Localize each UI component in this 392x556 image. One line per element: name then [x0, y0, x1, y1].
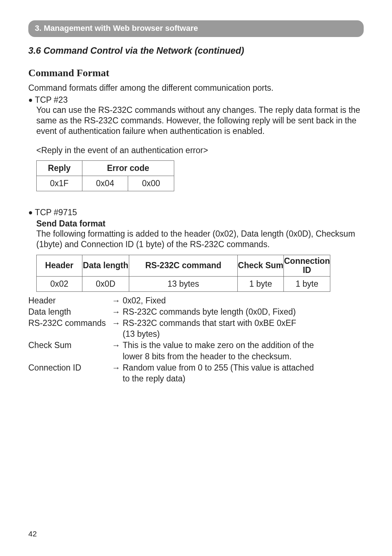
def-rs232-v: RS-232C commands that start with 0xBE 0x… — [123, 318, 364, 328]
send-td-header: 0x02 — [37, 277, 82, 292]
error-table: Reply Error code 0x1F 0x04 0x00 — [36, 160, 174, 191]
def-chk-k: Check Sum — [28, 340, 111, 351]
intro-text: Command formats differ among the differe… — [28, 83, 364, 93]
arrow-icon: → — [112, 318, 122, 328]
def-datalen-k: Data length — [28, 307, 111, 317]
send-th-datalen: Data length — [82, 255, 129, 277]
page-number: 42 — [28, 529, 37, 539]
send-th-chk: Check Sum — [237, 255, 284, 277]
tcp9715-label: TCP #9715 — [35, 207, 77, 218]
def-chk-v: This is the value to make zero on the ad… — [123, 340, 364, 351]
send-td-conn: 1 byte — [284, 277, 330, 292]
send-table: Header Data length RS-232C command Check… — [36, 255, 330, 292]
heading-command-format: Command Format — [28, 66, 364, 79]
tcp9715-label-row: ● TCP #9715 — [28, 207, 364, 218]
send-th-header: Header — [37, 255, 82, 277]
def-rs232-cont: (13 bytes) — [123, 329, 364, 339]
send-td-chk: 1 byte — [237, 277, 284, 292]
error-td-c3: 0x00 — [128, 176, 174, 191]
arrow-icon: → — [112, 295, 122, 306]
bullet-icon: ● — [28, 207, 35, 217]
error-td-reply: 0x1F — [37, 176, 82, 191]
tcp23-label-row: ● TCP #23 — [28, 95, 364, 105]
def-conn-k: Connection ID — [28, 363, 111, 373]
def-header-v: 0x02, Fixed — [123, 295, 364, 306]
error-th-reply: Reply — [37, 161, 82, 176]
send-td-datalen: 0x0D — [82, 277, 129, 292]
subsection-title: 3.6 Command Control via the Network (con… — [28, 45, 364, 56]
send-data-format-heading: Send Data format — [28, 218, 364, 229]
reply-title: <Reply in the event of an authentication… — [28, 145, 364, 156]
send-th-cmd: RS-232C command — [129, 255, 238, 277]
error-td-c2: 0x04 — [82, 176, 128, 191]
def-datalen-v: RS-232C commands byte length (0x0D, Fixe… — [123, 307, 364, 317]
def-header-k: Header — [28, 295, 111, 306]
send-th-conn: Connection ID — [284, 255, 330, 277]
section-banner: 3. Management with Web browser software — [28, 20, 364, 37]
tcp9715-text: The following formatting is added to the… — [28, 229, 364, 250]
def-conn-cont: to the reply data) — [123, 373, 364, 384]
tcp23-label: TCP #23 — [35, 95, 68, 105]
tcp23-text: You can use the RS-232C commands without… — [28, 105, 364, 136]
def-rs232-k: RS-232C commands — [28, 318, 111, 328]
arrow-icon: → — [112, 307, 122, 317]
error-th-code: Error code — [82, 161, 174, 176]
arrow-icon: → — [112, 340, 122, 351]
arrow-icon: → — [112, 363, 122, 373]
def-chk-cont: lower 8 bits from the header to the chec… — [123, 351, 364, 362]
send-td-cmd: 13 bytes — [129, 277, 238, 292]
bullet-icon: ● — [28, 95, 35, 105]
def-conn-v: Random value from 0 to 255 (This value i… — [123, 363, 364, 373]
